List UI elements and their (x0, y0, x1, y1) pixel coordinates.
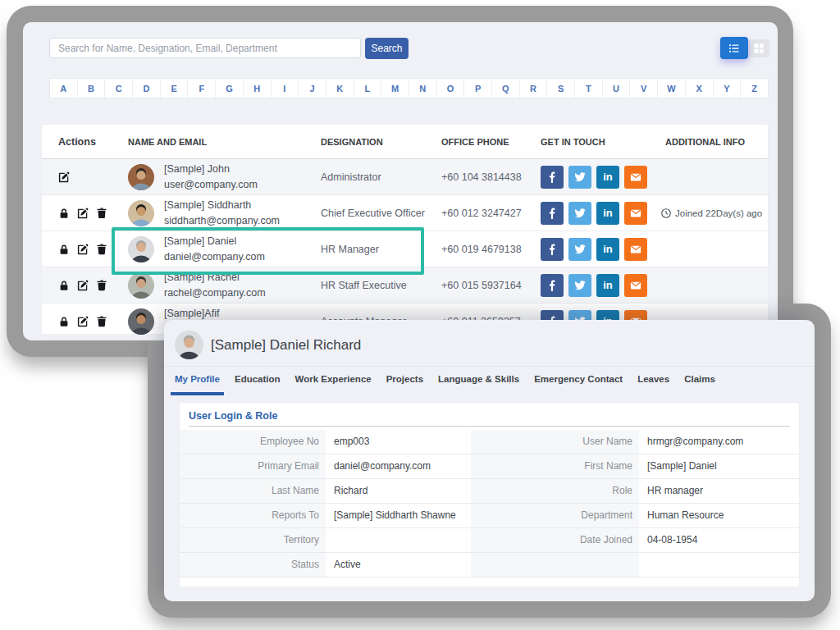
twitter-icon[interactable] (568, 202, 591, 225)
facebook-icon[interactable] (541, 238, 564, 261)
tab-work-experience[interactable]: Work Experience (291, 367, 376, 395)
alphabet-letter[interactable]: E (160, 79, 188, 98)
tab-language-skills[interactable]: Language & Skills (434, 367, 523, 395)
search-button[interactable]: Search (365, 38, 409, 59)
table-header: Actions NAME AND EMAIL DESIGNATION OFFIC… (42, 125, 768, 159)
field-label: Primary Email (180, 454, 326, 478)
lock-icon[interactable] (58, 244, 70, 255)
tab-education[interactable]: Education (231, 367, 285, 395)
designation: HR Staff Executive (321, 280, 441, 291)
field-value: Active (326, 553, 471, 577)
avatar (128, 200, 154, 226)
edit-icon[interactable] (77, 316, 89, 327)
email-icon[interactable] (624, 166, 647, 189)
linkedin-icon[interactable]: in (596, 166, 619, 189)
employee-email: user@company.com (164, 177, 258, 193)
alphabet-letter[interactable]: B (77, 79, 105, 98)
linkedin-icon[interactable]: in (596, 202, 619, 225)
facebook-icon[interactable] (541, 202, 564, 225)
edit-icon[interactable] (77, 208, 89, 219)
header-name-email: NAME AND EMAIL (128, 137, 207, 147)
alphabet-letter[interactable]: G (215, 79, 243, 98)
form-column-left: Employee Noemp003 Primary Emaildaniel@co… (180, 430, 471, 578)
grid-view-toggle[interactable] (748, 39, 769, 57)
alphabet-letter[interactable]: P (463, 79, 491, 98)
alphabet-letter[interactable]: L (354, 79, 381, 98)
delete-icon[interactable] (96, 316, 107, 327)
field-label: Employee No (180, 430, 326, 454)
delete-icon[interactable] (96, 280, 107, 291)
tab-projects[interactable]: Projects (382, 367, 427, 395)
facebook-icon[interactable] (541, 274, 564, 297)
alphabet-letter[interactable]: A (50, 79, 77, 98)
alphabet-letter[interactable]: W (657, 79, 685, 98)
designation: HR Manager (321, 244, 441, 255)
alphabet-letter[interactable]: O (436, 79, 464, 98)
alphabet-letter[interactable]: N (409, 79, 436, 98)
linkedin-icon[interactable]: in (596, 274, 619, 297)
facebook-icon[interactable] (541, 166, 564, 189)
alphabet-letter[interactable]: H (243, 79, 271, 98)
employee-table: Actions NAME AND EMAIL DESIGNATION OFFIC… (41, 124, 769, 335)
edit-icon[interactable] (77, 244, 89, 255)
email-icon[interactable] (624, 202, 647, 225)
twitter-icon[interactable] (568, 274, 591, 297)
table-row[interactable]: [Sample] Rachelrachel@company.com HR Sta… (42, 267, 768, 304)
employee-email: rachel@company.com (164, 285, 266, 301)
office-phone: +60 015 5937164 (441, 280, 541, 291)
alphabet-letter[interactable]: C (104, 79, 132, 98)
tab-leaves[interactable]: Leaves (633, 367, 673, 395)
tab-emergency-contact[interactable]: Emergency Contact (530, 367, 627, 395)
table-row-selected[interactable]: [Sample] Danieldaniel@company.com HR Man… (42, 231, 768, 267)
alphabet-letter[interactable]: I (271, 79, 299, 98)
office-phone: +60 104 3814438 (441, 171, 541, 183)
alphabet-letter[interactable]: V (629, 79, 657, 98)
field-value: daniel@company.com (326, 454, 471, 478)
lock-icon[interactable] (58, 280, 70, 291)
lock-icon[interactable] (58, 316, 70, 327)
twitter-icon[interactable] (568, 238, 591, 261)
alphabet-letter[interactable]: T (574, 79, 602, 98)
edit-icon[interactable] (58, 171, 70, 183)
table-row[interactable]: [Sample] Siddharthsiddharth@company.com … (42, 195, 768, 231)
twitter-icon[interactable] (568, 166, 591, 189)
email-icon[interactable] (624, 274, 647, 297)
avatar (128, 308, 154, 335)
email-icon[interactable] (624, 238, 647, 261)
alphabet-letter[interactable]: F (187, 79, 215, 98)
delete-icon[interactable] (96, 244, 107, 255)
field-value: Human Resource (639, 504, 799, 527)
alphabet-letter[interactable]: U (602, 79, 630, 98)
alphabet-letter[interactable]: Q (491, 79, 519, 98)
field-value: Richard (326, 479, 471, 503)
header-get-in-touch: GET IN TOUCH (541, 137, 605, 147)
list-icon (728, 43, 740, 54)
tab-my-profile[interactable]: My Profile (171, 367, 224, 395)
edit-icon[interactable] (77, 280, 89, 291)
tab-claims[interactable]: Claims (680, 367, 719, 395)
delete-icon[interactable] (96, 208, 107, 219)
alphabet-letter[interactable]: X (685, 79, 713, 98)
employee-name: [Sample] Rachel (164, 270, 266, 285)
employee-email: siddharth@company.com (164, 213, 280, 229)
list-view-toggle[interactable] (720, 37, 748, 59)
linkedin-icon[interactable]: in (596, 238, 619, 261)
office-phone: +60 012 3247427 (441, 208, 541, 219)
alphabet-letter[interactable]: S (546, 79, 574, 98)
alphabet-letter[interactable]: K (326, 79, 354, 98)
alphabet-letter[interactable]: Y (713, 79, 741, 98)
table-row[interactable]: [Sample] Johnuser@company.com Administra… (42, 159, 768, 195)
search-input[interactable] (49, 38, 361, 58)
employee-profile-panel: [Sample] Daniel Richard My Profile Educa… (164, 320, 815, 601)
alphabet-letter[interactable]: J (298, 79, 326, 98)
alphabet-letter[interactable]: R (519, 79, 547, 98)
employee-name: [Sample] John (164, 162, 258, 177)
alphabet-filter: A B C D E F G H I J K L M N O P Q R S T … (49, 78, 769, 98)
alphabet-letter[interactable]: Z (740, 79, 768, 98)
alphabet-letter[interactable]: M (381, 79, 409, 98)
alphabet-letter[interactable]: D (132, 79, 160, 98)
field-label: Last Name (180, 479, 326, 503)
lock-icon[interactable] (58, 208, 70, 219)
field-value (326, 528, 471, 552)
field-label (471, 553, 639, 577)
